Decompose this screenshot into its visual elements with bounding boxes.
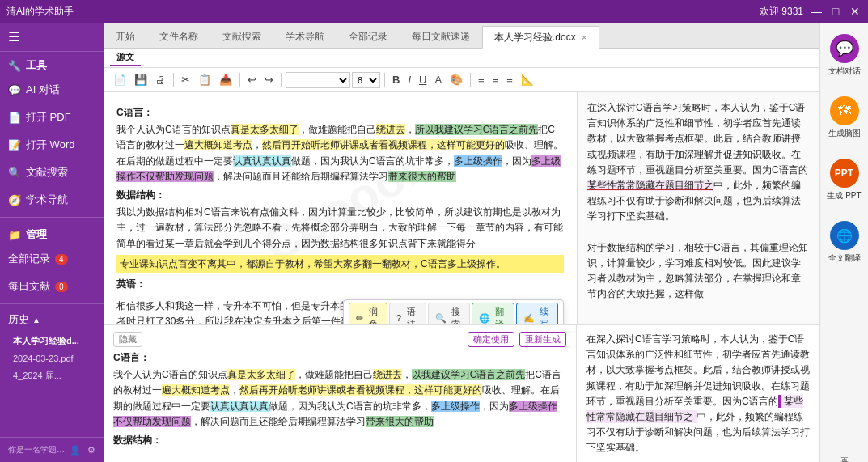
- toolbar-sep-5: [470, 73, 471, 87]
- translate-popup-icon: 🌐: [479, 313, 490, 324]
- tab-daily-lit[interactable]: 每日文献速递: [400, 25, 482, 48]
- new-doc-btn[interactable]: 📄: [110, 72, 129, 87]
- chat-label: 文档对话: [828, 66, 861, 77]
- italic-btn[interactable]: I: [404, 72, 414, 87]
- sidebar-item-academic-nav[interactable]: 🧭 学术导航: [0, 186, 104, 214]
- confirm-use-button[interactable]: 确定使用: [468, 332, 514, 347]
- popup-grammar-btn[interactable]: ? 语法: [389, 303, 426, 324]
- ppt-panel-btn[interactable]: PPT 生成 PPT: [824, 154, 866, 206]
- doc-left[interactable]: Cooool C语言： 我个人认为C语言的知识点真是太多太细了，做难题能把自己绕…: [104, 92, 577, 324]
- font-size-select[interactable]: 8: [352, 72, 380, 88]
- sidebar: ☰ 🔧 工具 💬 AI 对话 📄 打开 PDF 📝 打开 Word 🔍 文献搜索…: [0, 23, 104, 462]
- settings-icon[interactable]: ⚙: [87, 445, 95, 456]
- tab-all-records[interactable]: 全部记录: [337, 25, 400, 48]
- bottom-header: 隐藏 确定使用 重新生成: [113, 332, 566, 347]
- regenerate-button[interactable]: 重新生成: [519, 332, 566, 347]
- align-right-btn[interactable]: ≡: [503, 72, 516, 87]
- align-center-btn[interactable]: ≡: [489, 72, 502, 87]
- mindmap-label: 生成脑图: [828, 128, 861, 139]
- tab-filename[interactable]: 文件名称: [147, 25, 210, 48]
- sidebar-divider-2: [0, 303, 104, 304]
- align-left-btn[interactable]: ≡: [475, 72, 488, 87]
- history-item-2[interactable]: 2024-03-23.pdf: [0, 350, 104, 367]
- all-records-badge: 4: [55, 254, 68, 265]
- doc-right: 在深入探讨C语言学习策略时，本人认为，鉴于C语言知识体系的广泛性和细节性，初学者…: [577, 92, 819, 324]
- translate-panel-btn[interactable]: 🌐 全文翻译: [824, 216, 866, 269]
- user-label: 你是一名学题解小说...: [8, 444, 70, 456]
- ppt-icon: PPT: [830, 159, 859, 188]
- paste-btn[interactable]: 📥: [216, 72, 235, 87]
- section1-body: 我个人认为C语言的知识点真是太多太细了，做难题能把自己绕进去，所以我建议学习C语…: [116, 122, 564, 184]
- history-item-3[interactable]: 4_2024 届...: [0, 367, 104, 385]
- toolbar-sep-2: [239, 73, 240, 87]
- sidebar-item-literature-search[interactable]: 🔍 文献搜索: [0, 159, 104, 186]
- sidebar-item-open-pdf[interactable]: 📄 打开 PDF: [0, 104, 104, 131]
- tab-literature-search[interactable]: 文献搜索: [210, 25, 273, 48]
- popup-polish-btn[interactable]: ✏ 润色: [349, 303, 387, 324]
- section2-title: 数据结构：: [116, 188, 564, 203]
- font-select[interactable]: [286, 72, 350, 88]
- right-content-2: 对于数据结构的学习，相较于C语言，其偏重理论知识，计算量较少，学习难度相对较低。…: [587, 240, 810, 303]
- daily-lit-badge: 0: [55, 282, 68, 292]
- ai-dialog-icon: 💬: [8, 84, 21, 96]
- mindmap-panel-btn[interactable]: 🗺 生成脑图: [824, 91, 866, 144]
- content-area: 开始 文件名称 文献搜索 学术导航 全部记录 每日文献速递 本人学习经验.doc…: [104, 23, 819, 462]
- sidebar-divider-1: [0, 217, 104, 218]
- welcome-text: 欢迎 9331: [760, 5, 803, 19]
- mindmap-icon: 🗺: [830, 96, 859, 125]
- sidebar-history-toggle[interactable]: 历史 ▲: [0, 307, 104, 332]
- tab-academic-nav[interactable]: 学术导航: [273, 25, 337, 48]
- indent-btn[interactable]: 📐: [518, 72, 537, 87]
- copy-btn[interactable]: 📋: [195, 72, 214, 87]
- sidebar-bottom: 你是一名学题解小说... 👤 ⚙: [0, 437, 104, 462]
- popup-continue-btn[interactable]: ✍ 续写: [516, 303, 558, 324]
- tools-section-title: 🔧 工具: [0, 52, 104, 76]
- undo-btn[interactable]: ↩: [244, 72, 260, 87]
- section2-body: 我以为数据结构相对C语言来说有点偏文科，因为计算量比较少，比较简单，所以建议前期…: [116, 205, 564, 252]
- bottom-section1-title: C语言：: [113, 350, 566, 366]
- font-color-btn[interactable]: A: [431, 72, 445, 87]
- popup-toolbar: ✏ 润色 ? 语法 🔍 搜索: [343, 299, 564, 324]
- title-bar-left: 清AI的学术助手: [6, 5, 74, 19]
- section1-title: C语言：: [116, 105, 564, 121]
- chat-icon: 💬: [830, 34, 859, 63]
- search-popup-icon: 🔍: [435, 313, 447, 324]
- print-btn[interactable]: 🖨: [152, 72, 169, 87]
- close-button[interactable]: ✕: [849, 5, 862, 18]
- tab-current-doc[interactable]: 本人学习经验.docx ✕: [482, 26, 599, 49]
- user-icon[interactable]: 👤: [70, 445, 81, 456]
- underline-btn[interactable]: U: [416, 72, 430, 87]
- chat-panel-btn[interactable]: 💬 文档对话: [824, 29, 866, 82]
- ppt-label: 生成 PPT: [827, 190, 861, 201]
- history-item-1[interactable]: 本人学习经验d...: [0, 332, 104, 350]
- menu-icon[interactable]: ☰: [0, 23, 104, 52]
- minimize-button[interactable]: —: [810, 5, 823, 18]
- highlight-btn[interactable]: 🎨: [447, 72, 466, 87]
- bold-btn[interactable]: B: [389, 72, 403, 87]
- sub-tab-bar: 源文: [104, 49, 819, 68]
- close-tab-icon[interactable]: ✕: [581, 33, 587, 42]
- popup-search-btn[interactable]: 🔍 搜索: [428, 303, 470, 324]
- bottom-section2-title: 数据结构：: [113, 433, 566, 448]
- academic-nav-icon: 🧭: [8, 194, 21, 206]
- hide-button[interactable]: 隐藏: [113, 332, 142, 347]
- tab-start[interactable]: 开始: [104, 25, 147, 48]
- save-btn[interactable]: 💾: [131, 72, 150, 87]
- toolbar-sep-4: [384, 73, 385, 87]
- sidebar-item-open-word[interactable]: 📝 打开 Word: [0, 131, 104, 159]
- sidebar-item-all-records[interactable]: 全部记录 4: [0, 245, 104, 273]
- bottom-right-content: 在深入探讨C语言学习策略时，本人认为，鉴于C语言知识体系的广泛性和细节性，初学者…: [586, 332, 810, 456]
- sidebar-item-daily-lit[interactable]: 每日文献 0: [0, 273, 104, 300]
- maximize-button[interactable]: □: [829, 5, 842, 18]
- redo-btn[interactable]: ↪: [261, 72, 277, 87]
- open-word-icon: 📝: [8, 139, 21, 151]
- toolbar: 📄 💾 🖨 ✂ 📋 📥 ↩ ↪ 8 B I U A 🎨 ≡: [104, 68, 819, 92]
- sidebar-item-ai-dialog[interactable]: 💬 AI 对话: [0, 76, 104, 104]
- translate-label: 全文翻译: [828, 252, 861, 264]
- popup-translate-btn[interactable]: 🌐 翻译: [472, 303, 514, 324]
- sub-tab-source[interactable]: 源文: [110, 49, 141, 66]
- translate-icon: 🌐: [830, 221, 859, 250]
- app-title: 清AI的学术助手: [6, 5, 74, 19]
- cut-btn[interactable]: ✂: [178, 72, 193, 87]
- title-bar: 清AI的学术助手 欢迎 9331 — □ ✕: [0, 0, 868, 23]
